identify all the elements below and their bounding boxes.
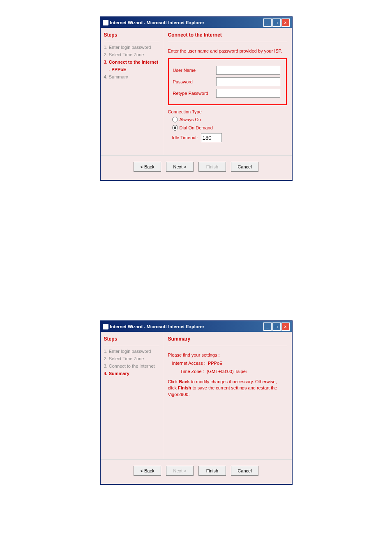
app-icon bbox=[103, 20, 108, 25]
dial-on-demand-radio[interactable] bbox=[172, 125, 178, 131]
password-input[interactable] bbox=[216, 77, 280, 86]
username-label: User Name bbox=[173, 68, 216, 73]
time-zone-value: Time Zone : (GMT+08:00) Taipei bbox=[168, 369, 287, 374]
wizard-window-connect: Internet Wizard - Microsoft Internet Exp… bbox=[100, 16, 293, 181]
close-button[interactable]: × bbox=[281, 18, 290, 27]
maximize-button[interactable]: □ bbox=[272, 322, 281, 331]
minimize-button[interactable]: _ bbox=[263, 18, 272, 27]
back-button[interactable]: < Back bbox=[134, 466, 161, 476]
password-label: Password bbox=[173, 79, 216, 84]
step-1: 1. Enter login password bbox=[104, 45, 159, 50]
sidebar-title: Steps bbox=[104, 32, 159, 42]
idle-timeout-label: Idle Timeout: bbox=[172, 135, 198, 140]
page-title: Connect to the Internet bbox=[168, 32, 287, 42]
step-4: 4. Summary bbox=[104, 371, 159, 376]
wizard-window-summary: Internet Wizard - Microsoft Internet Exp… bbox=[100, 320, 293, 485]
step-1: 1. Enter login password bbox=[104, 349, 159, 354]
minimize-button[interactable]: _ bbox=[263, 322, 272, 331]
always-on-label: Always On bbox=[180, 117, 201, 122]
find-settings-text: Please find your settings : bbox=[168, 352, 287, 357]
next-button[interactable]: Next > bbox=[166, 162, 194, 172]
summary-note: Click Back to modify changes if necessar… bbox=[168, 379, 287, 398]
sidebar-title: Steps bbox=[104, 336, 159, 346]
always-on-radio[interactable] bbox=[172, 117, 178, 122]
connection-type-label: Connection Type bbox=[168, 109, 287, 114]
retype-password-input[interactable] bbox=[216, 89, 280, 98]
step-3: 3. Connect to the Internet bbox=[104, 60, 159, 64]
titlebar: Internet Wizard - Microsoft Internet Exp… bbox=[101, 321, 292, 332]
finish-button: Finish bbox=[198, 162, 226, 172]
credentials-box: User Name Password Retype Password bbox=[168, 58, 287, 105]
button-bar: < Back Next > Finish Cancel bbox=[101, 155, 292, 180]
maximize-button[interactable]: □ bbox=[272, 18, 281, 27]
idle-timeout-input[interactable] bbox=[201, 133, 222, 142]
window-title: Internet Wizard - Microsoft Internet Exp… bbox=[110, 324, 205, 329]
titlebar: Internet Wizard - Microsoft Internet Exp… bbox=[101, 17, 292, 28]
cancel-button[interactable]: Cancel bbox=[231, 466, 258, 476]
step-2: 2. Select Time Zone bbox=[104, 52, 159, 57]
app-icon bbox=[103, 324, 108, 329]
back-button[interactable]: < Back bbox=[134, 162, 161, 172]
button-bar: < Back Next > Finish Cancel bbox=[101, 459, 292, 484]
step-2: 2. Select Time Zone bbox=[104, 356, 159, 361]
finish-button[interactable]: Finish bbox=[198, 466, 226, 476]
step-3: 3. Connect to the Internet bbox=[104, 364, 159, 368]
page-title: Summary bbox=[168, 336, 287, 346]
steps-sidebar: Steps 1. Enter login password 2. Select … bbox=[101, 332, 163, 459]
steps-sidebar: Steps 1. Enter login password 2. Select … bbox=[101, 28, 163, 155]
step-3-sub: - PPPoE bbox=[104, 67, 159, 72]
close-button[interactable]: × bbox=[281, 322, 290, 331]
dial-on-demand-label: Dial On Demand bbox=[180, 125, 213, 130]
instruction-text: Enter the user name and password provide… bbox=[168, 48, 287, 53]
cancel-button[interactable]: Cancel bbox=[231, 162, 258, 172]
username-input[interactable] bbox=[216, 66, 280, 75]
internet-access-value: Internet Access : PPPoE bbox=[168, 361, 287, 366]
step-4: 4. Summary bbox=[104, 74, 159, 79]
retype-label: Retype Password bbox=[173, 91, 216, 96]
next-button: Next > bbox=[166, 466, 194, 476]
window-title: Internet Wizard - Microsoft Internet Exp… bbox=[110, 20, 205, 25]
